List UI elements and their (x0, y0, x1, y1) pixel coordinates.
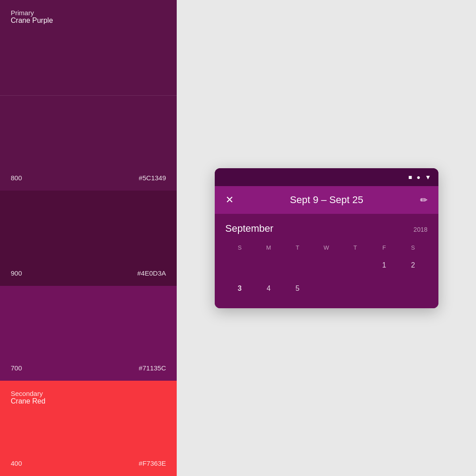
swatch-700: 700 #71135C (0, 286, 177, 381)
sep-day-4[interactable]: 4 (254, 277, 283, 300)
swatch-900: 900 #4E0D3A (0, 191, 177, 286)
september-year: 2018 (413, 226, 427, 233)
secondary-label: Secondary (11, 390, 45, 397)
right-panel: ■ ● ▼ ✕ Sept 9 – Sept 25 ✏ September 201… (177, 0, 476, 476)
status-bar: ■ ● ▼ (215, 168, 438, 186)
weekday-f1: F (370, 242, 399, 254)
swatch-700-number: 700 (11, 364, 22, 372)
swatch-800-codes: 800 #5C1349 (11, 174, 166, 182)
weekday-s2: S (399, 242, 428, 254)
sep-day-2[interactable]: 2 (399, 254, 428, 277)
primary-name: Crane Purple (11, 17, 53, 25)
secondary-section: Secondary Crane Red 400 #F7363E (0, 381, 177, 476)
weekday-w1: W (312, 242, 341, 254)
sep-day-empty[interactable] (399, 277, 428, 300)
swatch-900-hex: #4E0D3A (137, 269, 166, 277)
sep-day-empty[interactable] (254, 254, 283, 277)
swatch-800-number: 800 (11, 174, 22, 182)
status-icon-square: ■ (408, 174, 412, 181)
weekday-m1: M (254, 242, 283, 254)
sep-day-3[interactable]: 3 (225, 277, 255, 300)
primary-label: Primary (11, 9, 53, 17)
weekday-t2: T (341, 242, 370, 254)
swatch-700-codes: 700 #71135C (11, 364, 166, 372)
calendar-area[interactable]: September 2018 S M T W T F S (215, 214, 438, 308)
swatch-400-hex: #F7363E (139, 459, 166, 467)
sep-row-2: 3 4 5 (225, 277, 428, 300)
sep-day-empty[interactable] (341, 277, 370, 300)
primary-label-group: Primary Crane Purple (11, 9, 53, 25)
swatch-900-codes: 900 #4E0D3A (11, 269, 166, 277)
weekday-t1: T (283, 242, 312, 254)
sep-day-empty[interactable] (341, 254, 370, 277)
secondary-label-group: Secondary Crane Red (11, 390, 45, 405)
status-icon-triangle: ▼ (425, 174, 431, 181)
sep-day-1[interactable]: 1 (370, 254, 399, 277)
close-button[interactable]: ✕ (225, 194, 234, 206)
sep-day-empty[interactable] (312, 277, 341, 300)
sep-day-empty[interactable] (283, 254, 312, 277)
swatch-900-number: 900 (11, 269, 22, 277)
status-icon-circle: ● (416, 174, 420, 181)
sep-day-5[interactable]: 5 (283, 277, 312, 300)
weekday-s1: S (225, 242, 255, 254)
phone-mockup: ■ ● ▼ ✕ Sept 9 – Sept 25 ✏ September 201… (215, 168, 438, 308)
secondary-name: Crane Red (11, 397, 45, 405)
sep-day-empty[interactable] (312, 254, 341, 277)
september-header: September 2018 (225, 223, 428, 234)
swatch-700-hex: #71135C (139, 364, 166, 372)
september-section: September 2018 S M T W T F S (215, 214, 438, 305)
swatch-800-hex: #5C1349 (139, 174, 166, 182)
left-color-panel: Primary Crane Purple 800 #5C1349 900 #4E… (0, 0, 177, 476)
september-weekdays: S M T W T F S (225, 242, 428, 254)
edit-button[interactable]: ✏ (420, 195, 428, 205)
sep-day-empty[interactable] (225, 254, 255, 277)
sep-day-empty[interactable] (370, 277, 399, 300)
app-header: ✕ Sept 9 – Sept 25 ✏ (215, 186, 438, 214)
september-name: September (225, 223, 274, 234)
sep-row-1: 1 2 (225, 254, 428, 277)
swatch-400-codes: 400 #F7363E (11, 459, 166, 467)
swatch-800: 800 #5C1349 (0, 95, 177, 191)
swatch-400-number: 400 (11, 459, 22, 467)
primary-label-section: Primary Crane Purple (0, 0, 177, 95)
date-range-title: Sept 9 – Sept 25 (234, 194, 420, 206)
